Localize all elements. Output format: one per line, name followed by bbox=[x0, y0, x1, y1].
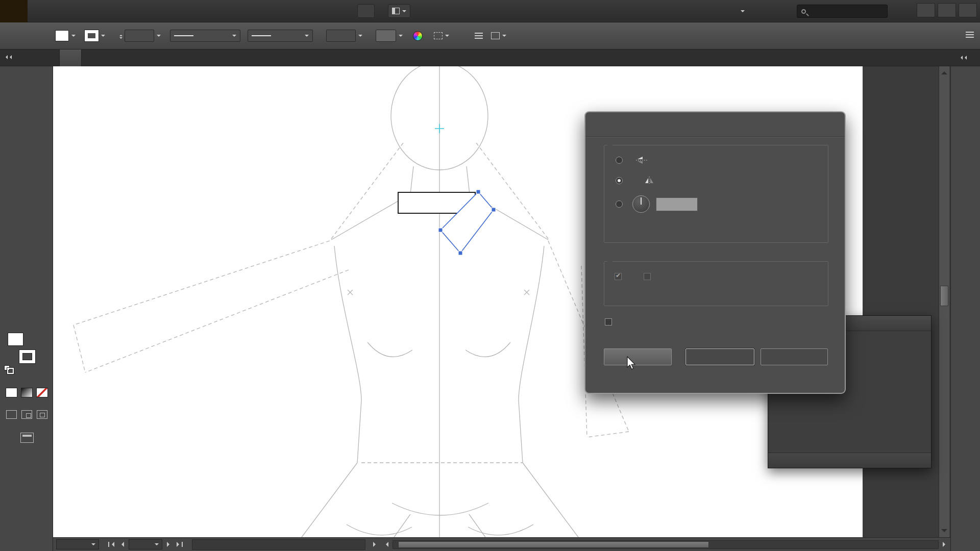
axis-vertical-option[interactable] bbox=[616, 174, 828, 187]
collapse-tool-panel-icon[interactable] bbox=[4, 55, 12, 59]
center-point-marker bbox=[435, 124, 444, 133]
status-bar bbox=[53, 537, 950, 551]
transform-objects-checkbox[interactable] bbox=[615, 273, 622, 280]
draw-behind-icon[interactable] bbox=[21, 410, 32, 419]
fill-swatch-dropdown[interactable] bbox=[55, 30, 69, 41]
workspace-switcher[interactable] bbox=[734, 4, 749, 18]
opacity-value[interactable] bbox=[326, 30, 356, 42]
angle-dial[interactable] bbox=[632, 195, 650, 213]
minimize-button[interactable] bbox=[917, 3, 935, 17]
horizontal-scrollbar[interactable] bbox=[393, 540, 939, 549]
expand-panels-icon[interactable] bbox=[959, 56, 967, 60]
brush-definition-dropdown[interactable] bbox=[248, 30, 313, 42]
stroke-weight-stepper[interactable] bbox=[119, 32, 122, 39]
control-panel-menu-icon[interactable] bbox=[966, 32, 974, 38]
isolate-selected-icon[interactable] bbox=[491, 32, 500, 39]
cancel-button[interactable] bbox=[761, 348, 828, 365]
document-tab-bar bbox=[0, 49, 980, 66]
preview-checkbox[interactable] bbox=[605, 318, 612, 325]
close-button[interactable] bbox=[959, 3, 977, 17]
reflect-horizontal-icon bbox=[635, 156, 649, 165]
scroll-down-icon[interactable] bbox=[941, 529, 947, 535]
scroll-left-icon[interactable] bbox=[381, 539, 391, 549]
default-fill-stroke-icon[interactable] bbox=[4, 365, 12, 372]
artboard-navigation-dropdown[interactable] bbox=[129, 539, 162, 549]
step-down-icon[interactable] bbox=[119, 37, 122, 40]
axis-angle-option[interactable] bbox=[616, 197, 828, 211]
preview-option[interactable] bbox=[605, 318, 617, 325]
status-expand-button[interactable] bbox=[371, 539, 381, 549]
scroll-up-icon[interactable] bbox=[941, 68, 947, 74]
horizontal-radio[interactable] bbox=[616, 157, 623, 164]
recolor-artwork-icon[interactable] bbox=[413, 31, 423, 41]
search-icon bbox=[801, 9, 806, 14]
illustrator-logo bbox=[0, 0, 28, 22]
dialog-titlebar[interactable] bbox=[585, 112, 845, 137]
axis-group bbox=[604, 145, 828, 243]
stroke-color-swatch[interactable] bbox=[19, 350, 35, 363]
chevron-down-icon bbox=[232, 35, 236, 39]
screen-mode-button[interactable] bbox=[20, 433, 34, 443]
axis-horizontal-option[interactable] bbox=[616, 154, 828, 167]
none-button[interactable] bbox=[36, 388, 48, 397]
menubar bbox=[0, 0, 980, 22]
tools-panel bbox=[0, 66, 53, 551]
chevron-down-icon[interactable] bbox=[502, 35, 506, 39]
draw-normal-icon[interactable] bbox=[6, 410, 17, 419]
zoom-level-dropdown[interactable] bbox=[56, 539, 99, 549]
chevron-down-icon bbox=[402, 10, 406, 14]
tools-grid bbox=[0, 66, 53, 71]
angle-input[interactable] bbox=[656, 197, 698, 211]
status-tool-indicator bbox=[192, 539, 365, 550]
first-artboard-button[interactable] bbox=[106, 539, 116, 549]
chevron-down-icon[interactable] bbox=[399, 35, 403, 39]
horizontal-scroll-thumb[interactable] bbox=[398, 541, 709, 548]
last-artboard-button[interactable] bbox=[175, 539, 185, 549]
previous-artboard-button[interactable] bbox=[116, 539, 127, 549]
copy-button[interactable] bbox=[604, 348, 672, 365]
restore-button[interactable] bbox=[938, 3, 956, 17]
scroll-right-icon[interactable] bbox=[940, 539, 950, 549]
gradient-button[interactable] bbox=[21, 388, 33, 397]
chevron-down-icon bbox=[91, 543, 95, 547]
select-similar-icon[interactable] bbox=[434, 32, 443, 39]
search-input[interactable] bbox=[809, 8, 880, 15]
control-bar bbox=[0, 22, 980, 49]
document-tab[interactable] bbox=[59, 49, 82, 66]
graphic-style-dropdown[interactable] bbox=[376, 30, 396, 42]
chevron-down-icon bbox=[155, 543, 159, 547]
panel-icon-dock bbox=[950, 66, 980, 551]
vertical-scroll-thumb[interactable] bbox=[940, 286, 948, 306]
angle-radio[interactable] bbox=[616, 201, 623, 208]
step-up-icon[interactable] bbox=[119, 33, 122, 36]
bridge-button[interactable] bbox=[357, 4, 375, 18]
arrange-documents-button[interactable] bbox=[388, 4, 410, 18]
stroke-swatch-dropdown[interactable] bbox=[85, 30, 99, 41]
layers-panel-footer bbox=[768, 453, 931, 468]
width-profile-dropdown[interactable] bbox=[170, 30, 240, 42]
chevron-down-icon[interactable] bbox=[71, 35, 76, 39]
chevron-down-icon[interactable] bbox=[358, 35, 362, 39]
mouse-cursor bbox=[626, 356, 637, 370]
color-button[interactable] bbox=[6, 388, 17, 397]
search-box[interactable] bbox=[797, 5, 888, 18]
fill-stroke-indicator bbox=[0, 332, 53, 379]
draw-inside-icon[interactable] bbox=[37, 410, 47, 419]
chevron-down-icon bbox=[305, 35, 309, 39]
chevron-down-icon bbox=[741, 10, 745, 14]
chevron-down-icon[interactable] bbox=[445, 35, 449, 39]
fill-color-swatch[interactable] bbox=[8, 333, 23, 346]
window-controls bbox=[917, 3, 977, 17]
align-icon[interactable] bbox=[475, 33, 483, 39]
transform-patterns-checkbox[interactable] bbox=[644, 273, 651, 280]
chevron-down-icon[interactable] bbox=[157, 35, 161, 39]
next-artboard-button[interactable] bbox=[164, 539, 175, 549]
vertical-radio[interactable] bbox=[616, 177, 623, 184]
reflect-vertical-icon bbox=[643, 176, 656, 185]
stroke-weight-value[interactable] bbox=[125, 30, 154, 42]
vertical-scrollbar[interactable] bbox=[939, 66, 949, 537]
chevron-down-icon[interactable] bbox=[101, 35, 105, 39]
arrange-documents-icon bbox=[392, 8, 400, 14]
reflect-dialog bbox=[584, 111, 846, 394]
ok-button[interactable] bbox=[685, 348, 754, 365]
